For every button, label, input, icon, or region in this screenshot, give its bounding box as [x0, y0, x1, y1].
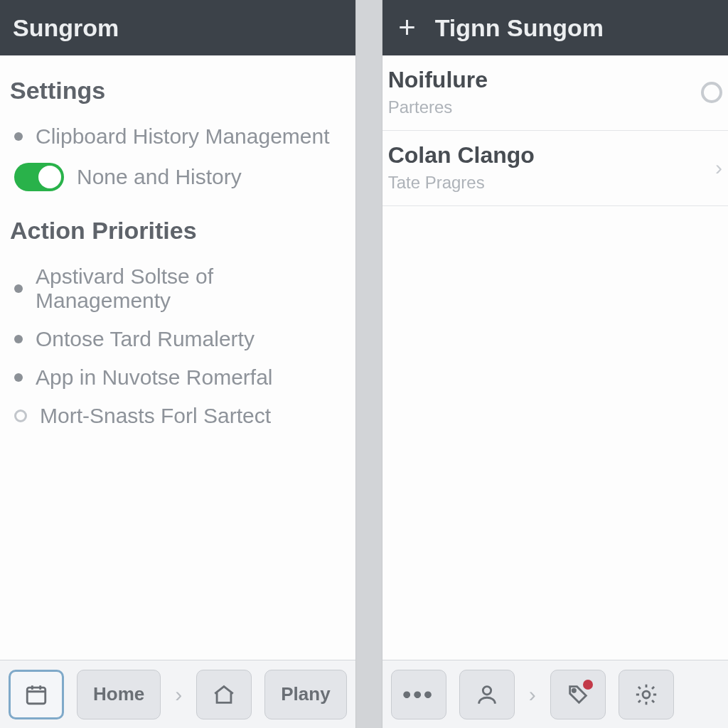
- person-icon: [475, 682, 499, 707]
- priority-item[interactable]: Apstivard Soltse of Managementy: [10, 257, 346, 320]
- list-item-title: Colan Clango: [388, 142, 535, 168]
- right-header-title: Tignn Sungom: [435, 14, 604, 42]
- plus-icon[interactable]: +: [395, 16, 419, 40]
- priority-item-label: App in Nuvotse Romerfal: [36, 365, 273, 390]
- bullet-icon: [14, 335, 23, 343]
- footer-gear-button[interactable]: [619, 670, 674, 719]
- circle-open-icon: [14, 410, 27, 422]
- ring-icon: [701, 82, 722, 103]
- left-pane: Sungrom Settings Clipboard History Manag…: [0, 0, 356, 728]
- settings-item-label: Clipboard History Management: [36, 124, 330, 149]
- footer-house-button[interactable]: [196, 670, 252, 719]
- items-list: Noifulure Parteres Colan Clango Tate Pra…: [382, 55, 728, 206]
- tag-icon: [566, 682, 590, 707]
- bullet-icon: [14, 373, 23, 382]
- footer-plany-button[interactable]: Plany: [264, 670, 346, 719]
- list-item-subtitle: Parteres: [388, 97, 488, 117]
- svg-point-3: [643, 691, 650, 698]
- priority-item[interactable]: Ontose Tard Rumalerty: [10, 320, 346, 358]
- priority-item-label: Ontose Tard Rumalerty: [36, 327, 255, 351]
- section-heading-priorities: Action Priorities: [10, 217, 346, 245]
- footer-person-button[interactable]: [459, 670, 515, 719]
- home-icon: [212, 682, 236, 707]
- toggle-knob: [38, 166, 61, 188]
- gear-icon: [634, 682, 658, 707]
- calendar-icon: [24, 682, 48, 707]
- priority-item-label: Mort-Snasts Forl Sartect: [40, 404, 271, 428]
- svg-point-1: [483, 686, 491, 694]
- left-header: Sungrom: [0, 0, 355, 55]
- settings-item-label: None and History: [77, 165, 242, 189]
- left-header-title: Sungrom: [13, 14, 119, 42]
- footer-home-button[interactable]: Home: [77, 670, 161, 719]
- chevron-right-icon: ›: [173, 682, 183, 707]
- left-body: Settings Clipboard History Management No…: [0, 55, 355, 660]
- footer-more-button[interactable]: •••: [391, 670, 446, 719]
- footer-calendar-button[interactable]: [9, 670, 64, 719]
- right-pane: + Tignn Sungom Noifulure Parteres Colan …: [382, 0, 728, 728]
- footer-tag-button[interactable]: [550, 670, 606, 719]
- chevron-right-icon: ›: [715, 156, 722, 180]
- footer-button-label: Home: [93, 683, 144, 705]
- bullet-icon: [14, 132, 23, 141]
- chevron-right-icon: ›: [528, 682, 537, 707]
- list-item-subtitle: Tate Pragres: [388, 173, 535, 193]
- toggle-switch[interactable]: [14, 163, 64, 191]
- list-item[interactable]: Colan Clango Tate Pragres ›: [382, 131, 728, 206]
- priority-item[interactable]: App in Nuvotse Romerfal: [10, 358, 346, 397]
- footer-button-label: Plany: [281, 683, 330, 705]
- priority-item[interactable]: Mort-Snasts Forl Sartect: [10, 397, 346, 435]
- settings-item-toggle[interactable]: None and History: [10, 156, 346, 198]
- bullet-icon: [14, 284, 23, 293]
- more-icon: •••: [402, 680, 434, 708]
- section-heading-settings: Settings: [10, 77, 346, 105]
- svg-rect-0: [27, 687, 46, 704]
- settings-item-clipboard[interactable]: Clipboard History Management: [10, 117, 346, 156]
- right-footer: ••• ›: [382, 660, 728, 728]
- left-footer: Home › Plany: [0, 660, 355, 728]
- priority-item-label: Apstivard Soltse of Managementy: [36, 264, 341, 313]
- right-body: Noifulure Parteres Colan Clango Tate Pra…: [382, 55, 728, 660]
- right-header: + Tignn Sungom: [382, 0, 728, 55]
- list-item[interactable]: Noifulure Parteres: [382, 55, 728, 131]
- list-item-title: Noifulure: [388, 67, 488, 93]
- svg-point-2: [572, 689, 575, 692]
